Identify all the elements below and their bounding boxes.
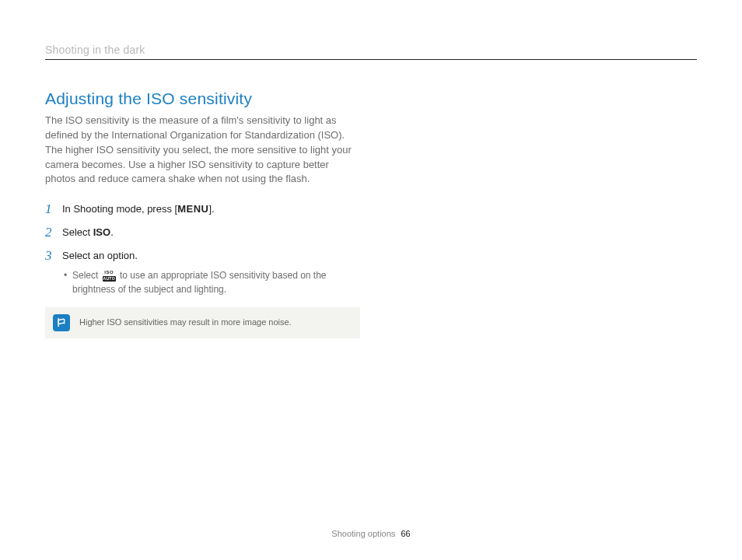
step-text: Select <box>62 226 93 238</box>
step-2: 2 Select ISO. <box>45 226 360 240</box>
step-number: 1 <box>45 202 62 217</box>
page-footer: Shooting options 66 <box>0 529 742 538</box>
note-box: Higher ISO sensitivities may result in m… <box>45 307 360 338</box>
icon-text-bottom: AUTO <box>103 276 116 282</box>
page-header: Shooting in the dark <box>45 44 697 60</box>
footer-page-number: 66 <box>401 529 410 538</box>
menu-label: MENU <box>177 203 208 215</box>
iso-label: ISO <box>93 226 110 238</box>
sub-text: Select <box>72 270 101 281</box>
section-intro: The ISO sensitivity is the measure of a … <box>45 114 360 187</box>
step-body: In Shooting mode, press [MENU]. <box>62 202 215 217</box>
icon-text-top: ISO <box>103 270 116 275</box>
section-title: Adjusting the ISO sensitivity <box>45 89 360 108</box>
breadcrumb: Shooting in the dark <box>45 44 697 58</box>
step-3: 3 Select an option. Select ISOAUTO to us… <box>45 249 360 296</box>
step-text: Select an option. <box>62 250 138 261</box>
step-text: In Shooting mode, press [ <box>62 203 177 215</box>
step-1: 1 In Shooting mode, press [MENU]. <box>45 202 360 217</box>
step-number: 3 <box>45 249 62 264</box>
step-list: 1 In Shooting mode, press [MENU]. 2 Sele… <box>45 202 360 296</box>
iso-auto-icon: ISOAUTO <box>103 271 116 281</box>
header-rule <box>45 59 697 60</box>
step-number: 2 <box>45 226 62 240</box>
step-text: ]. <box>208 203 214 215</box>
note-text: Higher ISO sensitivities may result in m… <box>79 317 292 328</box>
note-icon <box>53 314 70 331</box>
step-text: . <box>110 226 114 238</box>
sub-bullet: Select ISOAUTO to use an appropriate ISO… <box>62 268 360 296</box>
step-body: Select ISO. <box>62 226 114 240</box>
step-body: Select an option. Select ISOAUTO to use … <box>62 249 360 296</box>
footer-section: Shooting options <box>331 529 395 538</box>
content-column: Adjusting the ISO sensitivity The ISO se… <box>45 89 360 338</box>
